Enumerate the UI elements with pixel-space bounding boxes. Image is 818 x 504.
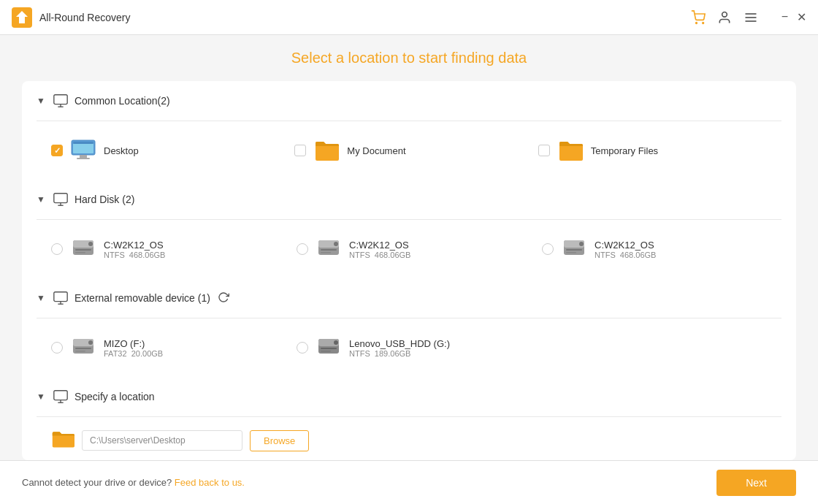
mizo-icon (70, 333, 96, 362)
hdd2-icon (316, 234, 342, 264)
external-device-items: MIZO (F:) FAT32 20.00GB (22, 318, 796, 377)
hard-disk-label: Hard Disk (2) (74, 194, 134, 205)
location-card: ▼ Common Location(2) (22, 81, 796, 460)
svg-rect-28 (321, 252, 331, 253)
user-icon[interactable] (717, 10, 732, 25)
svg-rect-15 (73, 142, 93, 144)
app-logo (12, 7, 32, 28)
specify-location-header[interactable]: ▼ Specify a location (22, 377, 796, 416)
mizo-meta: FAT32 20.00GB (104, 349, 163, 358)
svg-point-1 (695, 22, 697, 23)
hdd3-meta: NTFS 468.06GB (595, 251, 656, 259)
mizo-name: MIZO (F:) (104, 338, 163, 349)
hdd1-icon (70, 234, 96, 264)
svg-rect-32 (566, 249, 582, 251)
svg-rect-22 (75, 249, 91, 251)
common-location-label: Common Location(2) (74, 95, 170, 107)
hdd1-name: C:W2K12_OS (104, 240, 165, 251)
hard-disk-items: C:W2K12_OS NTFS 468.06GB (22, 220, 796, 278)
hdd3-info: C:W2K12_OS NTFS 468.06GB (595, 240, 656, 259)
desktop-icon (70, 137, 96, 164)
list-item: My Document (294, 133, 538, 168)
refresh-icon[interactable] (218, 291, 229, 305)
svg-rect-16 (54, 194, 67, 203)
svg-point-2 (702, 22, 703, 23)
svg-point-21 (88, 242, 93, 246)
titlebar-icons: − ✕ (691, 10, 806, 25)
specify-location-label: Specify a location (74, 391, 155, 402)
svg-rect-27 (321, 249, 337, 251)
bottom-bar: Cannot detect your drive or device? Feed… (0, 460, 818, 504)
svg-point-3 (722, 12, 727, 17)
chevron-down-icon: ▼ (37, 96, 45, 106)
lenovo-info: Lenovo_USB_HDD (G:) NTFS 189.06GB (349, 338, 450, 358)
next-button[interactable]: Next (716, 470, 796, 496)
lenovo-meta: NTFS 189.06GB (349, 349, 450, 358)
hard-disk-header[interactable]: ▼ Hard Disk (2) (22, 180, 796, 219)
feedback-link[interactable]: Feed back to us. (175, 477, 245, 488)
status-text: Cannot detect your drive or device? Feed… (22, 477, 716, 488)
lenovo-radio[interactable] (297, 342, 308, 354)
page-title: Select a location to start finding data (291, 50, 527, 66)
hdd3-radio[interactable] (542, 243, 554, 255)
hdd1-meta: NTFS 468.06GB (104, 251, 165, 259)
svg-rect-47 (54, 391, 67, 400)
hdd1-radio[interactable] (51, 243, 63, 255)
chevron-down-icon: ▼ (37, 392, 45, 402)
minimize-button[interactable]: − (781, 10, 788, 24)
lenovo-name: Lenovo_USB_HDD (G:) (349, 338, 450, 349)
tempfiles-checkbox[interactable] (538, 145, 550, 156)
list-item: Desktop (51, 133, 294, 168)
list-item: C:W2K12_OS NTFS 468.06GB (542, 232, 781, 267)
svg-rect-13 (77, 158, 90, 159)
browse-button[interactable]: Browse (250, 430, 309, 451)
app-title: All-Round Recovery (39, 12, 691, 23)
desktop-checkbox[interactable] (51, 145, 63, 156)
menu-icon[interactable] (744, 10, 758, 25)
external-device-header[interactable]: ▼ External removable device (1) (22, 278, 796, 318)
list-item: Lenovo_USB_HDD (G:) NTFS 189.06GB (297, 330, 536, 365)
svg-rect-46 (321, 351, 331, 352)
svg-point-39 (88, 340, 93, 345)
hdd3-icon (561, 234, 587, 264)
lenovo-icon (316, 333, 342, 362)
titlebar: All-Round Recovery − ✕ (0, 0, 818, 35)
hard-disk-section-icon (53, 191, 74, 207)
cart-icon[interactable] (691, 10, 706, 25)
hdd2-name: C:W2K12_OS (349, 240, 410, 251)
specify-location-section-icon (53, 389, 74, 405)
mizo-info: MIZO (F:) FAT32 20.00GB (104, 338, 163, 358)
mizo-radio[interactable] (51, 342, 63, 354)
list-item: Temporary Files (538, 133, 781, 168)
mydocument-checkbox[interactable] (294, 145, 306, 156)
desktop-label: Desktop (104, 145, 139, 156)
list-item: C:W2K12_OS NTFS 468.06GB (297, 232, 536, 267)
main-content: Select a location to start finding data … (0, 35, 818, 460)
specify-location-input[interactable] (82, 430, 242, 451)
tempfiles-label: Temporary Files (591, 145, 658, 156)
svg-rect-33 (566, 252, 576, 253)
external-device-section-icon (53, 290, 74, 306)
hdd3-name: C:W2K12_OS (595, 240, 656, 251)
svg-rect-7 (54, 95, 67, 104)
external-device-label: External removable device (1) (74, 292, 210, 304)
chevron-down-icon: ▼ (37, 194, 45, 205)
hdd2-radio[interactable] (297, 243, 308, 255)
svg-rect-45 (321, 348, 337, 349)
common-location-icon (53, 93, 74, 109)
common-location-items: Desktop My Document (22, 121, 796, 180)
list-item: C:W2K12_OS NTFS 468.06GB (51, 232, 291, 267)
temp-files-icon (557, 137, 584, 164)
hdd2-info: C:W2K12_OS NTFS 468.06GB (349, 240, 410, 259)
hdd1-info: C:W2K12_OS NTFS 468.06GB (104, 240, 165, 259)
my-document-icon (313, 137, 340, 164)
svg-point-26 (334, 242, 338, 246)
close-button[interactable]: ✕ (797, 10, 806, 24)
folder-icon (51, 429, 74, 452)
list-item: MIZO (F:) FAT32 20.00GB (51, 330, 291, 365)
svg-rect-12 (80, 155, 87, 158)
specify-location-content: Browse (22, 417, 796, 460)
common-location-header[interactable]: ▼ Common Location(2) (22, 81, 796, 121)
svg-rect-23 (75, 252, 85, 253)
window-controls: − ✕ (781, 10, 806, 24)
